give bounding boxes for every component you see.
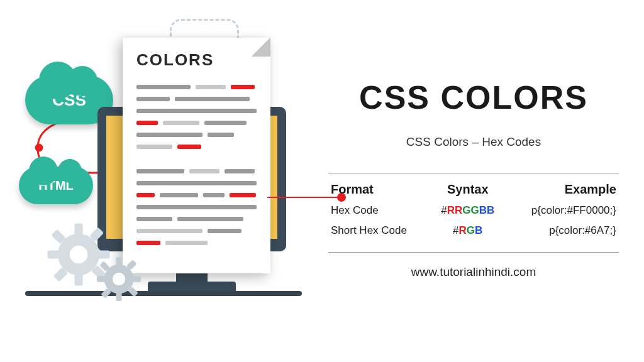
css-cloud-label: CSS: [52, 90, 86, 110]
syntax-g: GG: [462, 204, 479, 216]
cell-format: Hex Code: [328, 204, 424, 217]
syntax-r: R: [459, 224, 467, 236]
code-line: [136, 165, 257, 177]
html-cloud: HTML: [19, 167, 93, 204]
svg-rect-15: [132, 276, 141, 282]
syntax-b: B: [475, 224, 482, 236]
svg-point-0: [36, 145, 42, 151]
svg-point-20: [113, 273, 125, 285]
syntax-g: G: [467, 224, 475, 236]
content-panel: CSS COLORS CSS Colors – Hex Codes Format…: [322, 0, 644, 362]
code-line: [136, 213, 257, 225]
syntax-hash: #: [453, 224, 458, 236]
monitor-stand-base: [148, 282, 236, 291]
illustration-panel: CSS HTML COLORS: [0, 0, 322, 362]
table-row: Hex Code #RRGGBB p{color:#FF0000;}: [328, 200, 619, 221]
document-title: COLORS: [136, 50, 257, 70]
svg-rect-2: [74, 224, 82, 236]
code-line: [136, 105, 257, 117]
code-line: [136, 225, 257, 237]
html-cloud-label: HTML: [38, 178, 74, 193]
code-line: [136, 237, 257, 249]
svg-rect-14: [97, 276, 106, 282]
code-line: [136, 189, 257, 201]
svg-point-10: [70, 246, 88, 264]
header-syntax: Syntax: [424, 182, 511, 197]
cell-syntax: #RGB: [424, 224, 511, 237]
page-title: CSS COLORS: [328, 79, 619, 116]
header-format: Format: [328, 182, 424, 197]
svg-rect-12: [116, 257, 121, 266]
svg-rect-3: [74, 273, 82, 286]
syntax-b: BB: [479, 204, 495, 216]
syntax-r: RR: [447, 204, 463, 216]
floor-line: [25, 291, 302, 296]
gear-icon: [94, 255, 143, 304]
code-line: [136, 201, 257, 213]
syntax-hash: #: [441, 204, 447, 216]
table-row: Short Hex Code #RGB p{color:#6A7;}: [328, 221, 619, 241]
cell-example: p{color:#6A7;}: [511, 224, 619, 237]
hex-codes-table: Format Syntax Example Hex Code #RRGGBB p…: [328, 173, 619, 253]
page-fold-icon: [252, 38, 270, 57]
svg-rect-13: [116, 292, 121, 301]
code-line: [136, 141, 257, 153]
svg-rect-4: [48, 250, 60, 258]
code-line: [136, 93, 257, 105]
website-domain: www.tutorialinhindi.com: [328, 265, 619, 279]
code-line: [136, 81, 257, 93]
page-subtitle: CSS Colors – Hex Codes: [328, 135, 619, 149]
header-example: Example: [511, 182, 619, 197]
cell-syntax: #RRGGBB: [424, 204, 511, 217]
document-icon: COLORS: [123, 38, 270, 273]
cell-format: Short Hex Code: [328, 224, 424, 237]
code-line: [136, 117, 257, 129]
code-line: [136, 129, 257, 141]
infographic-container: CSS HTML COLORS: [0, 0, 644, 362]
table-header-row: Format Syntax Example: [328, 178, 619, 200]
cell-example: p{color:#FF0000;}: [511, 204, 619, 217]
code-line: [136, 177, 257, 189]
